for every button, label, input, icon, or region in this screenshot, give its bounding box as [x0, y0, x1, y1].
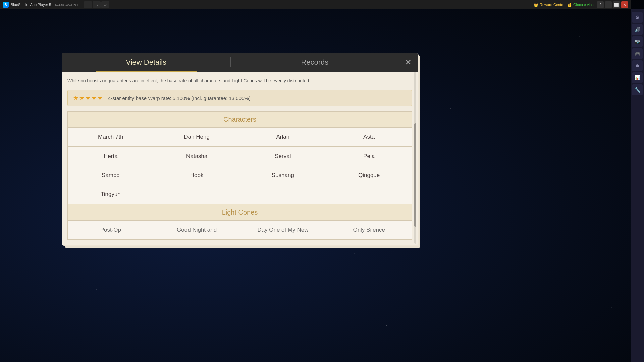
- bluestacks-icon: B: [3, 2, 9, 8]
- modal-close-button[interactable]: ✕: [399, 53, 418, 72]
- modal-content: While no boosts or guarantees are in eff…: [62, 72, 418, 245]
- tab-records[interactable]: Records: [231, 53, 399, 72]
- sidebar-icon-tools[interactable]: 🔧: [632, 84, 643, 95]
- light-cones-row-1: Post-Op Good Night and Day One of My New…: [68, 221, 412, 240]
- app-version: 5.11.56.1002 P64: [54, 3, 78, 6]
- close-button[interactable]: ✕: [621, 1, 628, 8]
- lc-goodnight: Good Night and: [154, 221, 240, 240]
- rate-text: 4-star entity base Warp rate: 5.100% (In…: [108, 95, 251, 101]
- character-empty-1: [154, 185, 240, 204]
- characters-row-3: Sampo Hook Sushang Qingque: [68, 166, 412, 185]
- character-natasha: Natasha: [154, 147, 240, 166]
- star-2: ★: [79, 94, 85, 102]
- modal-main: View Details Records ✕ While no boosts o…: [62, 53, 418, 245]
- nav-buttons: ← ⌂ ☆: [84, 1, 109, 8]
- character-empty-3: [326, 185, 412, 204]
- topbar-right: 👑 Reward Center 💰 Gioca e vinci ? — ⬜ ✕: [534, 1, 631, 8]
- tab-container: View Details Records: [62, 53, 399, 72]
- character-sampo: Sampo: [68, 166, 154, 185]
- sidebar-icon-gamepad[interactable]: 🎮: [632, 48, 643, 59]
- warp-details-modal: View Details Records ✕ While no boosts o…: [62, 53, 418, 245]
- window-controls: ? — ⬜ ✕: [597, 1, 628, 8]
- star-4: ★: [91, 94, 97, 102]
- tab-view-details[interactable]: View Details: [62, 53, 230, 72]
- character-arlan: Arlan: [240, 128, 326, 147]
- four-star-rate-box: ★ ★ ★ ★ ★ 4-star entity base Warp rate: …: [67, 90, 412, 106]
- app-name: BlueStacks App Player 5: [11, 3, 51, 7]
- character-serval: Serval: [240, 147, 326, 166]
- light-cones-table: Light Cones Post-Op Good Night and Day O…: [67, 204, 412, 240]
- character-danheng: Dan Heng: [154, 128, 240, 147]
- characters-title: Characters: [68, 112, 412, 128]
- characters-row-4: Tingyun: [68, 185, 412, 204]
- character-pela: Pela: [326, 147, 412, 166]
- scrollbar-thumb[interactable]: [414, 123, 416, 227]
- sidebar-icon-stats[interactable]: 📊: [632, 72, 643, 83]
- reward-center[interactable]: 👑 Reward Center: [534, 3, 565, 7]
- character-hook: Hook: [154, 166, 240, 185]
- sidebar-icon-screenshot[interactable]: 📷: [632, 36, 643, 47]
- gioca-vinci[interactable]: 💰 Gioca e vinci: [567, 3, 594, 7]
- sidebar-icon-volume[interactable]: 🔊: [632, 24, 643, 35]
- minimize-button[interactable]: —: [605, 1, 612, 8]
- character-march7th: March 7th: [68, 128, 154, 147]
- nav-back-button[interactable]: ←: [84, 1, 92, 8]
- characters-row-1: March 7th Dan Heng Arlan Asta: [68, 128, 412, 147]
- sidebar-icon-macro[interactable]: ⏺: [632, 60, 643, 71]
- help-button[interactable]: ?: [597, 1, 604, 8]
- restore-button[interactable]: ⬜: [613, 1, 620, 8]
- characters-row-2: Herta Natasha Serval Pela: [68, 147, 412, 166]
- character-empty-2: [240, 185, 326, 204]
- sidebar-icon-settings[interactable]: ⚙: [632, 12, 643, 23]
- lc-postop: Post-Op: [68, 221, 154, 240]
- characters-table: Characters March 7th Dan Heng Arlan Asta…: [67, 111, 412, 204]
- game-area: View Details Records ✕ While no boosts o…: [0, 9, 631, 362]
- light-cones-section-header: Light Cones: [68, 204, 412, 221]
- character-tingyun: Tingyun: [68, 185, 154, 204]
- lc-dayone: Day One of My New: [240, 221, 326, 240]
- coin-icon: 💰: [567, 3, 572, 7]
- bluestacks-logo: B BlueStacks App Player 5 5.11.56.1002 P…: [0, 2, 81, 8]
- character-herta: Herta: [68, 147, 154, 166]
- bluestacks-titlebar: B BlueStacks App Player 5 5.11.56.1002 P…: [0, 0, 631, 9]
- star-5: ★: [97, 94, 103, 102]
- scrollbar-track[interactable]: [414, 72, 416, 244]
- nav-bookmark-button[interactable]: ☆: [101, 1, 109, 8]
- nav-home-button[interactable]: ⌂: [93, 1, 101, 8]
- crown-icon: 👑: [534, 3, 538, 7]
- star-3: ★: [85, 94, 91, 102]
- character-asta: Asta: [326, 128, 412, 147]
- star-rating: ★ ★ ★ ★ ★: [73, 94, 103, 102]
- right-sidebar: ⚙ 🔊 📷 🎮 ⏺ 📊 🔧: [631, 9, 644, 362]
- star-1: ★: [73, 94, 78, 102]
- modal-header: View Details Records ✕: [62, 53, 418, 72]
- lc-onlysilence: Only Silence: [326, 221, 412, 240]
- characters-section-header: Characters: [68, 112, 412, 128]
- light-cones-title: Light Cones: [68, 204, 412, 221]
- character-qingque: Qingque: [326, 166, 412, 185]
- info-text: While no boosts or guarantees are in eff…: [67, 77, 412, 84]
- character-sushang: Sushang: [240, 166, 326, 185]
